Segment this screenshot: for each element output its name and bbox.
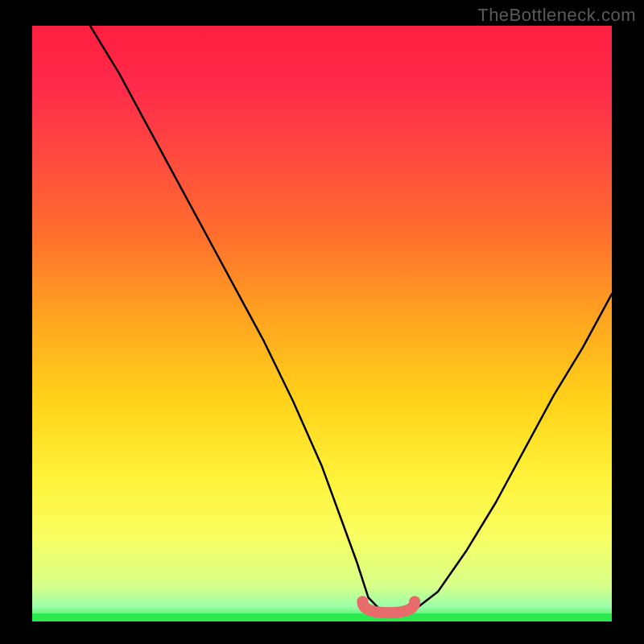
watermark-text: TheBottleneck.com: [477, 5, 636, 26]
chart-frame: TheBottleneck.com: [0, 0, 644, 644]
gradient-background: [32, 26, 612, 621]
green-band: [32, 613, 612, 621]
plot-area: [32, 26, 612, 621]
bottleneck-plot: [32, 26, 612, 621]
